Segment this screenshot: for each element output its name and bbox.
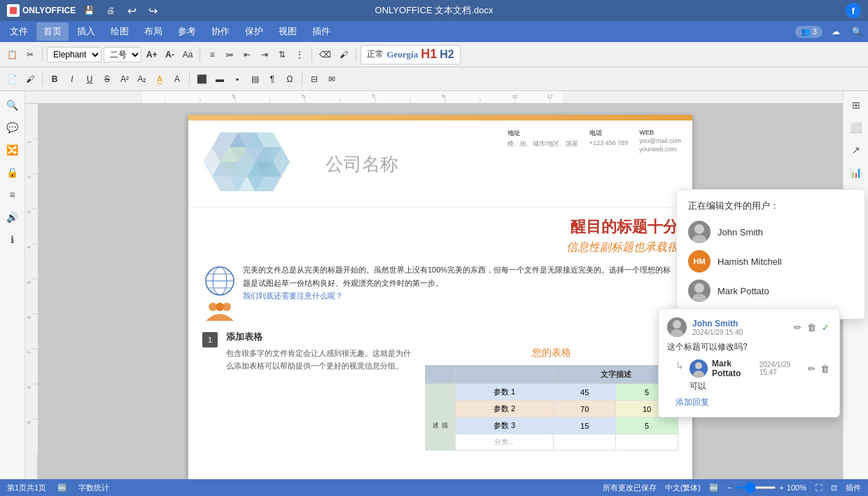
superscript-button[interactable]: A²: [117, 71, 132, 87]
paste-button[interactable]: 📄: [4, 71, 20, 87]
style-preview-area[interactable]: 正常 Georgia H1 H2: [360, 45, 460, 64]
align-right-button[interactable]: ▪: [230, 71, 245, 87]
doc-logo-area: [200, 129, 312, 199]
word-count-label[interactable]: 字数统计: [78, 483, 109, 493]
cut-icon[interactable]: ✂: [22, 47, 38, 62]
search-button[interactable]: 🔍: [849, 24, 865, 39]
menu-plugins[interactable]: 插件: [305, 22, 337, 41]
section-number-1: 1: [202, 332, 218, 347]
print-button[interactable]: 🖨: [103, 3, 118, 18]
align-center-button[interactable]: ▬: [212, 71, 227, 87]
align-left-button[interactable]: ⬛: [194, 71, 210, 87]
zoom-level[interactable]: 100%: [787, 483, 806, 492]
user-row-hamish: HM Hamish Mitchell: [688, 250, 853, 273]
add-table-icon-area: ⊞: [425, 331, 678, 344]
font-color-button[interactable]: A: [169, 71, 185, 87]
format-painter-button[interactable]: 🖌: [22, 71, 38, 87]
fit-page-icon[interactable]: ⊡: [831, 483, 837, 492]
menu-file[interactable]: 文件: [3, 22, 35, 41]
body-link[interactable]: 我们到底还需要注意什么呢？: [243, 291, 343, 300]
table-row: 参数 3 15 5: [425, 418, 678, 434]
right-sidebar-chart-icon[interactable]: 📊: [848, 164, 864, 181]
sidebar-comment-icon[interactable]: 💬: [4, 119, 21, 136]
svg-point-57: [694, 224, 704, 234]
body-text-area: 完美的文件总是从完美的标题开始的。虽然世界上没有100%完美的东西，但每一个文件…: [243, 263, 678, 314]
sidebar-compare-icon[interactable]: ≡: [4, 186, 21, 203]
special-chars-button[interactable]: Ω: [282, 71, 298, 87]
strikethrough-button[interactable]: S: [99, 71, 115, 87]
font-size-select[interactable]: 二号: [104, 47, 141, 62]
svg-point-60: [692, 294, 706, 302]
collaborators-badge[interactable]: 👥 3: [795, 26, 822, 38]
style-normal-label: 正常: [367, 48, 384, 60]
list-ordered-button[interactable]: ≔: [222, 47, 237, 62]
svg-text:3: 3: [27, 211, 31, 214]
undo-button[interactable]: ↩: [124, 3, 139, 18]
add-reply-link[interactable]: 添加回复: [667, 397, 831, 408]
menu-draw[interactable]: 绘图: [104, 22, 136, 41]
bold-button[interactable]: B: [47, 71, 62, 87]
underline-button[interactable]: U: [82, 71, 97, 87]
spell-check-icon[interactable]: 🔤: [709, 483, 719, 492]
svg-text:8: 8: [27, 386, 31, 389]
sidebar-speaker-icon[interactable]: 🔊: [4, 209, 21, 226]
indent-increase-button[interactable]: ⇥: [257, 47, 272, 62]
sidebar-track-icon[interactable]: 🔀: [4, 142, 21, 158]
comment-resolve-button[interactable]: ✓: [820, 321, 831, 334]
sidebar-info-icon[interactable]: ℹ: [4, 231, 21, 248]
facebook-icon[interactable]: f: [846, 3, 861, 18]
table-cell-param3: 参数 3: [455, 418, 553, 434]
copy-style-button[interactable]: 🖌: [336, 47, 351, 62]
font-size-increase-button[interactable]: A+: [144, 47, 160, 62]
nonprint-button[interactable]: ⊟: [307, 71, 322, 87]
menu-protect[interactable]: 保护: [238, 22, 270, 41]
paragraph-mark-button[interactable]: ¶: [265, 71, 280, 87]
right-sidebar-icon-3[interactable]: ↗: [848, 142, 864, 158]
fullscreen-icon[interactable]: ⛶: [815, 483, 822, 492]
mail-button[interactable]: ✉: [324, 71, 340, 87]
zoom-control[interactable]: − + 100%: [727, 483, 806, 492]
language-selector[interactable]: 中文(繁体): [665, 483, 701, 493]
zoom-in-icon[interactable]: +: [779, 483, 783, 492]
sort-button[interactable]: ⇅: [274, 47, 290, 62]
redo-button[interactable]: ↪: [145, 3, 160, 18]
align-justify-button[interactable]: ▤: [247, 71, 262, 87]
status-right: 所有更改已保存 中文(繁体) 🔤 − + 100% ⛶ ⊡ 插件: [603, 483, 861, 493]
clipboard-icon[interactable]: 📋: [4, 47, 20, 62]
save-to-cloud-button[interactable]: ☁: [828, 24, 844, 39]
menu-view[interactable]: 视图: [272, 22, 304, 41]
section-title-1: 添加表格: [226, 331, 414, 343]
menu-reference[interactable]: 参考: [171, 22, 203, 41]
save-button[interactable]: 💾: [81, 3, 97, 18]
list-unordered-button[interactable]: ≡: [204, 47, 220, 62]
comment-edit-button[interactable]: ✏: [792, 321, 803, 334]
menu-collaborate[interactable]: 协作: [204, 22, 237, 41]
menu-insert[interactable]: 插入: [70, 22, 102, 41]
comment-actions: ✏ 🗑 ✓: [792, 321, 831, 334]
list-settings-button[interactable]: ⋮: [292, 47, 307, 62]
right-sidebar-icon-1[interactable]: ⊞: [848, 97, 864, 113]
subscript-button[interactable]: A₂: [134, 71, 150, 87]
indent-decrease-button[interactable]: ⇤: [239, 47, 255, 62]
sub-heading: 信息性副标题也承载很: [202, 240, 678, 255]
comment-author-john: John Smith: [692, 319, 787, 329]
svg-text:9: 9: [442, 93, 445, 99]
font-family-select[interactable]: Elephant: [47, 47, 102, 62]
comment-delete-button[interactable]: 🗑: [806, 321, 818, 334]
italic-button[interactable]: I: [64, 71, 80, 87]
font-case-button[interactable]: Aa: [180, 47, 196, 62]
sidebar-protect-icon[interactable]: 🔒: [4, 164, 21, 181]
clear-format-button[interactable]: ⌫: [316, 47, 334, 62]
highlight-button[interactable]: A̲: [152, 71, 167, 87]
font-size-decrease-button[interactable]: A-: [162, 47, 178, 62]
right-sidebar-icon-2[interactable]: ⬜: [848, 119, 864, 136]
doc-content: 醒目的标题十分 信息性副标题也承载很: [188, 208, 692, 459]
zoom-slider[interactable]: [734, 486, 776, 489]
reply-edit-button[interactable]: ✏: [806, 362, 817, 376]
zoom-out-icon[interactable]: −: [727, 483, 732, 492]
sidebar-search-icon[interactable]: 🔍: [4, 97, 21, 113]
menu-layout[interactable]: 布局: [137, 22, 169, 41]
menu-home[interactable]: 首页: [36, 22, 69, 41]
reply-delete-button[interactable]: 🗑: [819, 362, 831, 376]
user-row-john: John Smith: [688, 221, 853, 243]
